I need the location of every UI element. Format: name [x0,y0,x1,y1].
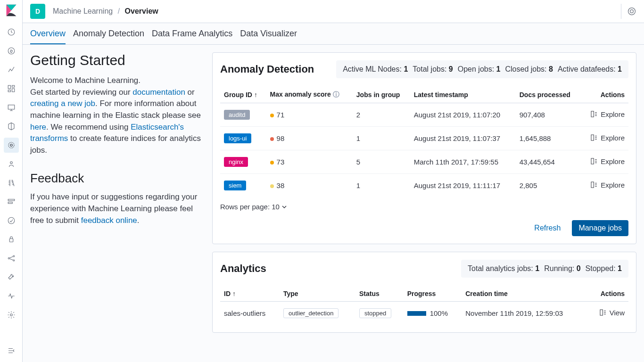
feedback-text: If you have input or suggestions regardi… [30,191,205,226]
sidebar-infrastructure-icon[interactable] [4,156,19,172]
breadcrumb-parent[interactable]: Machine Learning [53,7,113,15]
analytics-panel-title: Analytics [220,263,266,275]
tab-data-visualizer[interactable]: Data Visualizer [240,23,297,44]
anomaly-detection-panel: Anomaly Detection Active ML Nodes: 1 Tot… [212,52,636,244]
acol-id[interactable]: ID↑ [220,285,280,302]
svg-point-15 [13,255,14,257]
sidebar-monitoring-icon[interactable] [4,288,19,304]
breadcrumb-current: Overview [125,7,158,15]
svg-rect-21 [591,135,594,140]
svg-point-19 [630,10,634,13]
breadcrumb: Machine Learning / Overview [53,7,158,16]
kibana-logo[interactable] [5,4,18,17]
svg-rect-10 [8,199,15,201]
sidebar-siem-icon[interactable] [4,232,19,247]
svg-rect-23 [591,182,594,188]
sidebar-uptime-icon[interactable] [4,213,19,228]
score-value: 73 [277,158,285,166]
acol-status[interactable]: Status [355,285,404,302]
sidebar-ml-icon[interactable] [4,138,19,153]
create-job-link[interactable]: creating a new job [30,99,95,108]
sidebar-logs-icon[interactable] [4,175,19,190]
sidebar [0,0,23,362]
rows-per-page[interactable]: Rows per page: 10 [220,203,287,211]
score-value: 98 [277,134,285,142]
svg-rect-4 [12,89,14,92]
tab-data-frame-analytics[interactable]: Data Frame Analytics [152,23,232,44]
svg-rect-13 [9,239,13,242]
anomaly-panel-title: Anomaly Detection [220,63,314,75]
tab-overview[interactable]: Overview [30,23,66,44]
anomaly-stats: Active ML Nodes: 1 Total jobs: 9 Open jo… [336,60,628,78]
here-link[interactable]: here [30,123,46,132]
svg-point-14 [8,258,9,259]
sort-asc-icon: ↑ [254,91,257,99]
acol-type[interactable]: Type [280,285,355,302]
tabs: Overview Anomaly Detection Data Frame An… [23,23,644,45]
tab-anomaly-detection[interactable]: Anomaly Detection [73,23,144,44]
latest-timestamp: August 21st 2019, 11:07:37 [410,127,516,150]
info-icon[interactable]: ⓘ [333,90,339,98]
col-max-score[interactable]: Max anomaly scoreⓘ [266,86,353,103]
jobs-count: 1 [353,174,410,197]
sidebar-dashboard-icon[interactable] [4,81,19,96]
right-column: Anomaly Detection Active ML Nodes: 1 Tot… [212,52,636,354]
table-row: auditd712August 21st 2019, 11:07:20907,4… [220,103,628,127]
svg-point-17 [10,314,12,316]
col-jobs[interactable]: Jobs in group [353,86,410,103]
svg-rect-2 [8,85,10,89]
latest-timestamp: March 11th 2017, 17:59:55 [410,150,516,174]
col-docs[interactable]: Docs processed [516,86,581,103]
refresh-button[interactable]: Refresh [528,220,566,236]
explore-button[interactable]: Explore [590,134,625,142]
docs-processed: 2,805 [516,174,581,197]
score-value: 38 [277,181,285,189]
manage-jobs-button[interactable]: Manage jobs [572,220,628,236]
explore-button[interactable]: Explore [590,110,625,118]
svg-rect-3 [12,85,14,87]
feedback-link[interactable]: feedback online [81,216,137,225]
view-button[interactable]: View [599,309,625,317]
svg-rect-22 [591,158,594,164]
main: D Machine Learning / Overview Overview A… [23,0,644,362]
explore-button[interactable]: Explore [590,181,625,189]
score-dot [270,114,274,117]
svg-point-16 [13,260,14,261]
analytics-panel: Analytics Total analytics jobs: 1 Runnin… [212,252,636,333]
sidebar-recent-icon[interactable] [4,25,19,40]
sidebar-maps-icon[interactable] [4,119,19,134]
col-group-id[interactable]: Group ID↑ [220,86,266,103]
docs-processed: 907,408 [516,103,581,127]
col-latest[interactable]: Latest timestamp [410,86,516,103]
sidebar-collapse-icon[interactable] [4,343,19,358]
jobs-count: 1 [353,127,410,150]
sidebar-discover-icon[interactable] [4,43,19,58]
acol-progress[interactable]: Progress [404,285,462,302]
latest-timestamp: August 21st 2019, 11:07:20 [410,103,516,127]
svg-point-1 [8,48,15,54]
space-selector[interactable]: D [30,4,45,19]
group-badge: siem [224,181,246,190]
newsfeed-icon[interactable] [627,7,636,16]
jobs-count: 2 [353,103,410,127]
sidebar-visualize-icon[interactable] [4,62,19,77]
sidebar-apm-icon[interactable] [4,194,19,209]
acol-created[interactable]: Creation time [462,285,588,302]
svg-rect-11 [8,202,12,204]
table-row: logs-ui981August 21st 2019, 11:07:371,64… [220,127,628,150]
explore-button[interactable]: Explore [590,157,625,165]
svg-point-18 [628,8,636,15]
svg-point-7 [10,144,12,147]
sidebar-management-icon[interactable] [4,307,19,322]
sidebar-devtools-icon[interactable] [4,270,19,285]
sidebar-graph-icon[interactable] [4,251,19,266]
acol-actions: Actions [588,285,628,302]
sidebar-canvas-icon[interactable] [4,100,19,115]
svg-point-9 [10,162,12,164]
documentation-link[interactable]: documentation [132,88,185,97]
jobs-count: 5 [353,150,410,174]
docs-processed: 1,645,888 [516,127,581,150]
group-badge: auditd [224,110,250,120]
svg-point-8 [8,142,14,148]
table-row: nginx735March 11th 2017, 17:59:5543,445,… [220,150,628,174]
